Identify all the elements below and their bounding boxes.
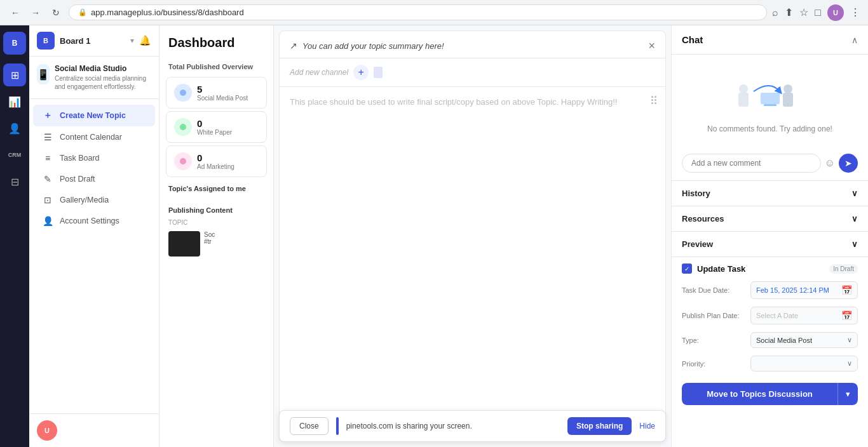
- add-channel-link[interactable]: Add new channel: [290, 68, 348, 77]
- add-channel-row: Add new channel +: [280, 58, 665, 87]
- due-date-value[interactable]: Feb 15, 2025 12:14 PM 📅: [750, 281, 858, 299]
- topic-header-left: ↗ You can add your topic summary here!: [290, 41, 444, 51]
- rail-users-icon[interactable]: 👤: [3, 117, 26, 140]
- logo-icon[interactable]: B: [3, 32, 26, 55]
- stat-white-paper[interactable]: 0 White Paper: [166, 111, 267, 143]
- back-button[interactable]: ←: [8, 5, 23, 20]
- chat-illustration: [726, 67, 815, 118]
- due-date-calendar-icon[interactable]: 📅: [841, 285, 852, 295]
- menu-icon[interactable]: ⋮: [850, 6, 860, 18]
- svg-rect-5: [783, 93, 793, 107]
- notification-bell[interactable]: 🔔: [139, 35, 151, 46]
- publish-date-calendar-icon[interactable]: 📅: [841, 310, 852, 321]
- nav-content-calendar[interactable]: ☰ Content Calendar: [33, 127, 155, 147]
- share-icon[interactable]: ⬆: [785, 6, 793, 18]
- add-channel-button[interactable]: +: [353, 65, 369, 80]
- due-date-label: Task Due Date:: [682, 286, 745, 294]
- rail-chart-icon[interactable]: 📊: [3, 90, 26, 113]
- publish-date-label: Publish Plan Date:: [682, 312, 745, 319]
- stat-social-media[interactable]: 5 Social Media Post: [166, 77, 267, 109]
- stop-sharing-button[interactable]: Stop sharing: [567, 417, 632, 435]
- sidebar-bottom: U: [29, 413, 159, 447]
- forward-button[interactable]: →: [28, 5, 43, 20]
- dashboard-panel: Dashboard Total Published Overview 5 Soc…: [159, 25, 274, 447]
- publish-date-value[interactable]: Select A Date 📅: [750, 307, 858, 324]
- in-draft-badge: In Draft: [829, 264, 858, 274]
- assigned-label: Topic's Assigned to me: [168, 185, 264, 192]
- publishing-section: Publishing Content TOPIC Soc#tr: [159, 201, 273, 262]
- right-panel: Chat ∧: [671, 25, 868, 447]
- brand-info: Social Media Studio Centralize social me…: [55, 64, 151, 91]
- publishing-label: Publishing Content: [168, 206, 264, 214]
- workspace-switcher[interactable]: B Board 1 ▾ 🔔: [29, 25, 159, 57]
- chat-header: Chat ∧: [672, 25, 868, 55]
- url-text: app.manageplus.io/business/8/dashboard: [91, 8, 244, 17]
- workspace-icon: B: [37, 32, 55, 50]
- nav-task-board[interactable]: ≡ Task Board: [33, 148, 155, 168]
- svg-point-1: [180, 124, 186, 130]
- rail-layers-icon[interactable]: ⊟: [3, 170, 26, 193]
- resources-header[interactable]: Resources ∨: [672, 206, 868, 231]
- history-header[interactable]: History ∨: [672, 181, 868, 206]
- due-date-row: Task Due Date: Feb 15, 2025 12:14 PM 📅: [672, 277, 868, 303]
- stat-label-white-paper: White Paper: [197, 129, 232, 136]
- priority-row: Priority: ∨: [672, 352, 868, 375]
- priority-value[interactable]: ∨: [750, 356, 858, 371]
- search-icon[interactable]: ⌕: [772, 7, 778, 18]
- comment-input-row: ☺ ➤: [672, 154, 868, 180]
- stat-ad-marketing[interactable]: 0 Ad Marketing: [166, 145, 267, 177]
- task-checkbox[interactable]: ✓: [682, 264, 692, 274]
- stat-num-white-paper: 0: [197, 118, 232, 129]
- nav-account-settings[interactable]: 👤 Account Settings: [33, 211, 155, 231]
- stat-label-ad: Ad Marketing: [197, 163, 234, 170]
- history-chevron: ∨: [851, 189, 858, 198]
- rail-grid-icon[interactable]: ⊞: [3, 63, 26, 86]
- assigned-section: Topic's Assigned to me: [159, 180, 273, 201]
- update-task-section: ✓ Update Task In Draft Task Due Date: Fe…: [672, 257, 868, 375]
- empty-comment-text: No comments found. Try adding one!: [707, 124, 832, 133]
- comment-emoji-button[interactable]: ☺: [825, 157, 835, 169]
- stat-info-white-paper: 0 White Paper: [197, 118, 232, 136]
- move-to-topics-button[interactable]: Move to Topics Discussion: [682, 383, 837, 405]
- sidebar-nav: ＋ Create New Topic ☰ Content Calendar ≡ …: [29, 99, 159, 413]
- profile-avatar[interactable]: U: [827, 4, 844, 21]
- due-date-text: Feb 15, 2025 12:14 PM: [756, 286, 829, 294]
- brand-icon: 📱: [37, 64, 50, 84]
- nav-create-new-topic[interactable]: ＋ Create New Topic: [33, 105, 155, 126]
- expand-icon[interactable]: ↗: [290, 41, 297, 51]
- cursor-indicator: [374, 67, 383, 78]
- share-close-button[interactable]: Close: [290, 417, 329, 435]
- close-topic-button[interactable]: ×: [648, 40, 655, 51]
- drag-handle[interactable]: [651, 96, 656, 104]
- nav-post-draft[interactable]: ✎ Post Draft: [33, 169, 155, 189]
- url-bar[interactable]: 🔒 app.manageplus.io/business/8/dashboard: [69, 4, 767, 20]
- move-actions: Move to Topics Discussion ▾: [682, 383, 858, 405]
- topic-summary-text: You can add your topic summary here!: [302, 41, 444, 51]
- chat-toggle-button[interactable]: ∧: [851, 35, 858, 45]
- refresh-button[interactable]: ↻: [48, 5, 64, 20]
- type-value[interactable]: Social Media Post ∨: [750, 332, 858, 348]
- send-comment-button[interactable]: ➤: [839, 154, 858, 173]
- bookmark-icon[interactable]: ☆: [799, 6, 808, 18]
- comment-input[interactable]: [682, 154, 821, 173]
- rail-crm-label[interactable]: CRM: [3, 143, 26, 166]
- type-text: Social Media Post: [756, 337, 812, 344]
- type-dropdown-arrow: ∨: [847, 336, 852, 344]
- editor-placeholder: This place should be used to write final…: [290, 97, 617, 107]
- stat-label-social: Social Media Post: [197, 95, 248, 102]
- total-overview-label: Total Published Overview: [159, 58, 273, 74]
- preview-header[interactable]: Preview ∨: [672, 232, 868, 257]
- nav-label-gallery: Gallery/Media: [60, 196, 109, 204]
- move-to-topics-dropdown-button[interactable]: ▾: [837, 383, 858, 405]
- extensions-icon[interactable]: □: [815, 7, 821, 18]
- stat-dot-ad: [174, 152, 192, 170]
- nav-label-create: Create New Topic: [60, 111, 126, 120]
- user-avatar[interactable]: U: [37, 420, 57, 441]
- nav-gallery[interactable]: ⊡ Gallery/Media: [33, 190, 155, 210]
- stat-dot-white-paper: [174, 118, 192, 136]
- preview-label: Preview: [682, 239, 713, 249]
- update-task-row: ✓ Update Task In Draft: [672, 257, 868, 277]
- editor-area[interactable]: This place should be used to write final…: [280, 87, 665, 419]
- hide-link[interactable]: Hide: [639, 422, 655, 430]
- publish-date-placeholder: Select A Date: [756, 312, 798, 319]
